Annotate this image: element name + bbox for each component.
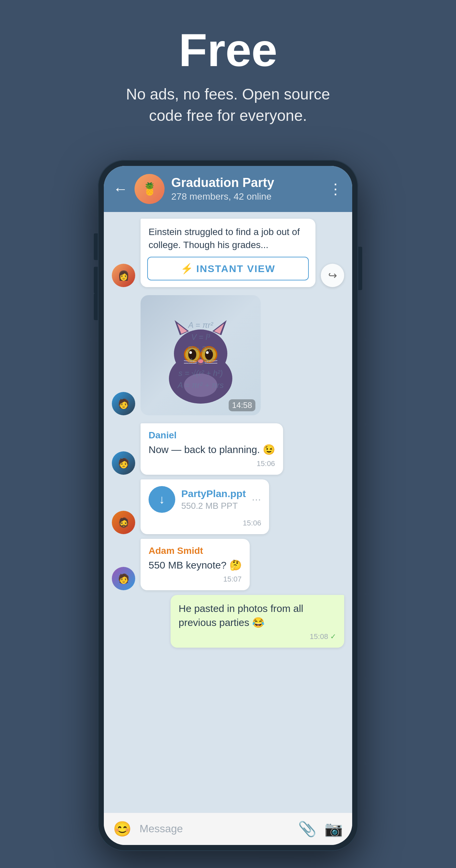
more-button[interactable]: ⋮ (328, 180, 343, 197)
msg-text-daniel: Now — back to planning. 😉 (149, 443, 275, 457)
hero-title: Free (179, 27, 277, 73)
instant-view-button[interactable]: ⚡ INSTANT VIEW (147, 257, 309, 280)
sticker-container: A = πr²V = l³P = 2πrA = πr²s = √(r² + h²… (141, 295, 261, 415)
attach-button[interactable]: 📎 (298, 820, 316, 838)
avatar-guy2: 🧔 (112, 511, 135, 534)
chat-header: ← 🍍 Graduation Party 278 members, 42 onl… (104, 166, 352, 212)
msg-text-outgoing: He pasted in photos from all previous pa… (179, 601, 336, 630)
message-input[interactable]: Message (140, 823, 290, 835)
forward-button[interactable]: ↪ (321, 264, 344, 287)
lightning-icon: ⚡ (181, 263, 193, 274)
file-size: 550.2 MB PPT (181, 501, 246, 511)
msg-time-file: 15:06 (149, 519, 261, 527)
message-row-outgoing: He pasted in photos from all previous pa… (112, 595, 344, 648)
sticker-time: 14:58 (229, 399, 255, 411)
phone-frame: ← 🍍 Graduation Party 278 members, 42 onl… (98, 160, 358, 851)
input-bar: 😊 Message 📎 📷 (104, 813, 352, 845)
group-name: Graduation Party (171, 176, 322, 190)
sticker-row: 🧑 A = πr²V = l³P = 2πrA = πr²s = √(r² + … (112, 295, 344, 415)
avatar-girl: 👩 (112, 264, 135, 287)
message-row-daniel: 🧑 Daniel Now — back to planning. 😉 15:06 (112, 423, 344, 475)
chat-body: 👩 Einstein struggled to find a job out o… (104, 212, 352, 813)
bubble-adam: Adam Smidt 550 MB keynote? 🤔 15:07 (141, 539, 250, 590)
file-download-button[interactable]: ↓ (149, 486, 175, 513)
file-name: PartyPlan.ppt (181, 488, 246, 499)
emoji-button[interactable]: 😊 (113, 820, 131, 838)
math-background: A = πr²V = l³P = 2πrA = πr²s = √(r² + h²… (141, 295, 261, 415)
file-more-button[interactable]: ⋯ (252, 494, 261, 505)
bubble-outgoing: He pasted in photos from all previous pa… (171, 595, 344, 648)
file-bubble: ↓ PartyPlan.ppt 550.2 MB PPT ⋯ 15:06 (141, 479, 269, 534)
message-row-file: 🧔 ↓ PartyPlan.ppt 550.2 MB PPT ⋯ 15:06 (112, 479, 344, 534)
article-text: Einstein struggled to find a job out of … (141, 219, 315, 257)
msg-time-outgoing: 15:08 ✓ (179, 632, 336, 641)
msg-time-daniel: 15:06 (149, 459, 275, 468)
hero-subtitle: No ads, no fees. Open source code free f… (111, 84, 345, 127)
article-bubble: Einstein struggled to find a job out of … (141, 219, 315, 287)
file-row: ↓ PartyPlan.ppt 550.2 MB PPT ⋯ (149, 486, 261, 513)
message-check-icon: ✓ (330, 632, 336, 641)
sender-daniel: Daniel (149, 430, 275, 441)
message-row-adam: 🧑 Adam Smidt 550 MB keynote? 🤔 15:07 (112, 539, 344, 590)
bubble-daniel: Daniel Now — back to planning. 😉 15:06 (141, 423, 283, 475)
back-button[interactable]: ← (113, 182, 128, 196)
hero-section: Free No ads, no fees. Open source code f… (0, 0, 456, 147)
message-row-article: 👩 Einstein struggled to find a job out o… (112, 219, 344, 287)
camera-button[interactable]: 📷 (325, 820, 343, 838)
msg-time-adam: 15:07 (149, 575, 242, 584)
avatar-adam: 🧑 (112, 567, 135, 590)
avatar-guy1: 🧑 (112, 392, 135, 415)
instant-view-label: INSTANT VIEW (196, 263, 275, 274)
file-info: PartyPlan.ppt 550.2 MB PPT (181, 488, 246, 511)
msg-text-adam: 550 MB keynote? 🤔 (149, 558, 242, 572)
phone-screen: ← 🍍 Graduation Party 278 members, 42 onl… (104, 166, 352, 845)
group-meta: 278 members, 42 online (171, 191, 322, 202)
sender-adam: Adam Smidt (149, 546, 242, 556)
avatar-daniel: 🧑 (112, 452, 135, 475)
group-avatar: 🍍 (134, 174, 164, 204)
chat-info: Graduation Party 278 members, 42 online (171, 176, 322, 202)
